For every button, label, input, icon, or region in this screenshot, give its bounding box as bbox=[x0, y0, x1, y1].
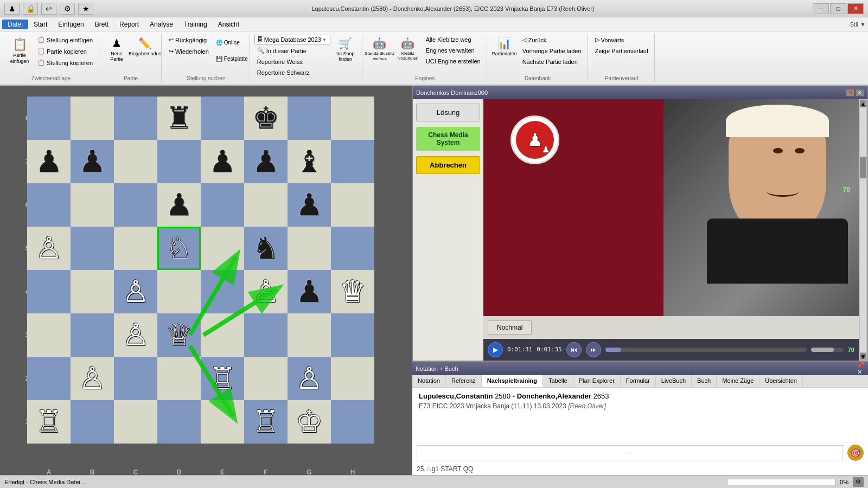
sq-c7[interactable] bbox=[114, 140, 157, 183]
sq-a6[interactable] bbox=[27, 183, 71, 227]
neue-partie-button[interactable]: ♟ Neue Partie bbox=[104, 35, 130, 66]
zurueck-button[interactable]: ◁ Zurück bbox=[520, 35, 584, 45]
sq-a5[interactable]: ♙ bbox=[27, 227, 71, 270]
sq-c6[interactable] bbox=[114, 183, 157, 227]
menu-report[interactable]: Report bbox=[114, 20, 144, 29]
fast-forward-button[interactable]: ⏭ bbox=[586, 342, 601, 357]
move-input-field[interactable] bbox=[417, 445, 843, 460]
alle-kiebitze-weg-button[interactable]: Alle Kiebitze weg bbox=[423, 35, 483, 44]
notation-pin-button[interactable]: 📌 bbox=[857, 362, 865, 369]
sq-f2[interactable] bbox=[244, 357, 288, 400]
sq-g5[interactable] bbox=[288, 227, 331, 270]
maximize-button[interactable]: □ bbox=[830, 3, 846, 14]
tab-buch[interactable]: Buch bbox=[692, 375, 717, 387]
kiebitz-holen-button[interactable]: 🤖 Kiebitz hinzuholen bbox=[395, 35, 421, 66]
sq-c4[interactable]: ♙ bbox=[114, 270, 157, 313]
lossung-button[interactable]: Lösung bbox=[416, 104, 480, 121]
tab-notation[interactable]: Notation bbox=[412, 375, 446, 387]
sq-c5[interactable] bbox=[114, 227, 157, 270]
sq-d3[interactable]: ♕ bbox=[157, 313, 201, 357]
partie-kopieren-button[interactable]: 📋 Partie kopieren bbox=[35, 46, 95, 56]
mega-database-dropdown[interactable]: 🗄 Mega Database 2023 ▼ bbox=[254, 35, 330, 44]
sq-d6[interactable]: ♟ bbox=[157, 183, 201, 227]
sq-g2[interactable]: ♙ bbox=[288, 357, 331, 400]
sq-f3[interactable] bbox=[244, 313, 288, 357]
scroll-up-button[interactable]: ▲ bbox=[860, 100, 866, 107]
tab-uebersichten[interactable]: Übersichten bbox=[760, 375, 803, 387]
sq-h2[interactable] bbox=[331, 357, 374, 400]
tab-tabelle[interactable]: Tabelle bbox=[543, 375, 573, 387]
vorherige-partie-button[interactable]: Vorherige Partie laden bbox=[520, 46, 584, 56]
video-close-button[interactable]: ✕ bbox=[856, 89, 864, 97]
sq-d2[interactable] bbox=[157, 357, 201, 400]
sq-g1[interactable]: ♔ bbox=[288, 400, 331, 444]
partie-einfuegen-button[interactable]: 📋 Partieeinfügen bbox=[7, 35, 33, 67]
sq-d1[interactable] bbox=[157, 400, 201, 444]
abbrechen-button[interactable]: Abbrechen bbox=[416, 156, 480, 174]
menu-ansicht[interactable]: Ansicht bbox=[213, 20, 245, 29]
sq-c3[interactable]: ♙ bbox=[114, 313, 157, 357]
minimize-button[interactable]: ─ bbox=[813, 3, 829, 14]
menu-training[interactable]: Training bbox=[178, 20, 213, 29]
sq-h4[interactable]: ♛ bbox=[331, 270, 374, 313]
standardkiebitz-button[interactable]: 🤖 Standardkiebitz ein/aus bbox=[367, 35, 393, 66]
gear-icon[interactable]: ⚙ bbox=[853, 477, 864, 487]
tab-nachspieltraining[interactable]: Nachspieltraining bbox=[482, 375, 543, 387]
sq-e2[interactable]: ♖ bbox=[201, 357, 244, 400]
sq-e1[interactable] bbox=[201, 400, 244, 444]
sq-e8[interactable] bbox=[201, 97, 244, 140]
sq-b3[interactable] bbox=[71, 313, 114, 357]
sq-d8[interactable]: ♜ bbox=[157, 97, 201, 140]
sq-h8[interactable] bbox=[331, 97, 374, 140]
online-button[interactable]: 🌐 Online bbox=[214, 35, 235, 50]
sq-e3[interactable] bbox=[201, 313, 244, 357]
menu-datei[interactable]: Datei bbox=[2, 20, 28, 29]
sq-e4[interactable] bbox=[201, 270, 244, 313]
sq-a2[interactable] bbox=[27, 357, 71, 400]
repertoire-schwarz-button[interactable]: Repertoire Schwarz bbox=[254, 68, 330, 78]
sq-f1[interactable]: ♖ bbox=[244, 400, 288, 444]
sq-d7[interactable] bbox=[157, 140, 201, 183]
sq-a4[interactable] bbox=[27, 270, 71, 313]
sq-f5[interactable]: ♞ bbox=[244, 227, 288, 270]
sq-c2[interactable] bbox=[114, 357, 157, 400]
sq-a8[interactable] bbox=[27, 97, 71, 140]
sq-f8[interactable]: ♚ bbox=[244, 97, 288, 140]
sq-d4[interactable] bbox=[157, 270, 201, 313]
sq-b7[interactable]: ♟ bbox=[71, 140, 114, 183]
sq-f4[interactable]: ♙ bbox=[244, 270, 288, 313]
zeige-verlauf-button[interactable]: Zeige Partienverlauf bbox=[592, 46, 651, 56]
menu-analyse[interactable]: Analyse bbox=[144, 20, 178, 29]
scroll-down-button[interactable]: ▼ bbox=[860, 353, 866, 359]
tab-referenz[interactable]: Referenz bbox=[446, 375, 482, 387]
naechste-partie-button[interactable]: Nächste Partie laden bbox=[520, 57, 584, 67]
sq-b8[interactable] bbox=[71, 97, 114, 140]
stellung-einfuegen-button[interactable]: 📋 Stellung einfügen bbox=[35, 35, 95, 45]
menu-brett[interactable]: Brett bbox=[90, 20, 114, 29]
tab-plan-explorer[interactable]: Plan Explorer bbox=[573, 375, 621, 387]
close-button[interactable]: ✕ bbox=[847, 3, 864, 14]
rewind-button[interactable]: ⏮ bbox=[566, 342, 582, 357]
tab-livebuch[interactable]: LiveBuch bbox=[656, 375, 692, 387]
sq-d5[interactable]: ♘ bbox=[157, 227, 201, 270]
video-pin-button[interactable]: 📌 bbox=[846, 89, 854, 97]
tab-formular[interactable]: Formular bbox=[621, 375, 656, 387]
sq-a1[interactable]: ♖ bbox=[27, 400, 71, 444]
sq-g4[interactable]: ♟ bbox=[288, 270, 331, 313]
sq-g6[interactable]: ♟ bbox=[288, 183, 331, 227]
sq-b5[interactable] bbox=[71, 227, 114, 270]
sq-h6[interactable] bbox=[331, 183, 374, 227]
nochmal-button[interactable]: Nochmal bbox=[488, 320, 532, 335]
sq-h7[interactable] bbox=[331, 140, 374, 183]
festplatte-button[interactable]: 💾 Festplatte bbox=[214, 51, 246, 66]
volume-bar[interactable] bbox=[811, 348, 844, 352]
rueckgaengig-button[interactable]: ↩ Rückgängig bbox=[166, 35, 212, 45]
sq-g8[interactable] bbox=[288, 97, 331, 140]
sq-b6[interactable] bbox=[71, 183, 114, 227]
sq-f7[interactable]: ♟ bbox=[244, 140, 288, 183]
sq-g3[interactable] bbox=[288, 313, 331, 357]
vorwaerts-button[interactable]: ▷ Vorwärts bbox=[592, 35, 651, 45]
sq-g7[interactable]: ♝ bbox=[288, 140, 331, 183]
play-button[interactable]: ▶ bbox=[488, 342, 503, 357]
in-partie-button[interactable]: 🔍 In dieser Partie bbox=[254, 46, 330, 56]
